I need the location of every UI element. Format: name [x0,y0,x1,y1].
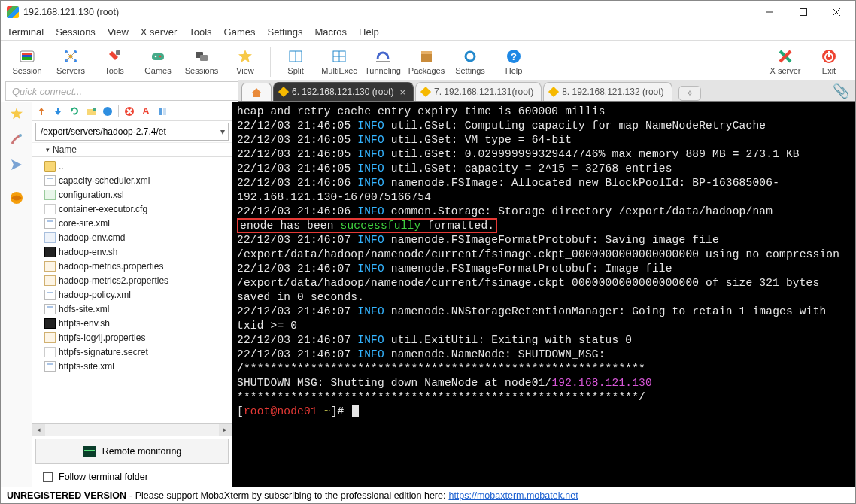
menu-settings[interactable]: Settings [268,26,303,38]
status-link[interactable]: https://mobaxterm.mobatek.net [448,490,578,501]
minimize-button[interactable] [752,1,786,23]
refresh-icon[interactable] [68,105,80,117]
file-name: httpfs-env.sh [59,318,110,329]
svg-rect-54 [163,108,166,115]
list-item[interactable]: core-site.xml [32,216,232,230]
menu-games[interactable]: Games [224,26,256,38]
menu-tools[interactable]: Tools [189,26,211,38]
list-item[interactable]: hadoop-metrics2.properties [32,273,232,287]
home-tab[interactable] [241,83,272,101]
maximize-button[interactable] [786,1,820,23]
tb-exit[interactable]: Exit [807,48,851,75]
list-item[interactable]: httpfs-signature.secret [32,345,232,359]
term-line: 22/12/03 21:46:05 INFO util.GSet: 0.0299… [237,147,851,162]
list-item[interactable]: hadoop-policy.xml [32,287,232,302]
svg-point-43 [19,134,22,137]
follow-terminal-checkbox[interactable]: Follow terminal folder [32,467,232,487]
svg-rect-18 [152,53,164,60]
new-tab-button[interactable]: ✧ [678,86,701,101]
send-icon[interactable] [9,157,24,172]
list-item[interactable]: httpfs-log4j.properties [32,330,232,345]
globe-icon[interactable] [9,190,24,205]
tb-sessions[interactable]: Sessions [180,48,223,75]
tb-packages[interactable]: Packages [405,48,448,75]
tb-view[interactable]: View [223,48,267,75]
menu-help[interactable]: Help [359,26,379,38]
menu-xserver[interactable]: X server [141,26,177,38]
edit-icon[interactable]: A [140,105,152,117]
file-header-label: Name [53,144,77,155]
list-item[interactable]: hadoop-env.sh [32,244,232,259]
cancel-icon[interactable] [123,105,135,117]
tab-label: 6. 192.168.121.130 (root) [292,87,393,97]
home-icon[interactable] [102,105,114,117]
term-line: SHUTDOWN_MSG: Shutting down NameNode at … [237,376,851,390]
tb-servers[interactable]: Servers [49,48,93,75]
remote-monitoring-button[interactable]: Remote monitoring [35,439,229,464]
term-prompt: [root@node01 ~]# [237,405,851,419]
file-name: httpfs-signature.secret [59,347,148,357]
sftp-sidebar: A /export/servers/hadoop-2.7.4/et ▾Name … [32,102,232,487]
term-line: /***************************************… [237,362,851,376]
gear-icon [462,48,478,65]
upload-icon[interactable] [35,105,47,117]
quick-connect-input[interactable]: Quick connect... [5,81,238,101]
svg-point-20 [159,56,162,58]
games-icon [150,48,166,65]
tb-settings[interactable]: Settings [448,48,492,75]
close-icon[interactable]: × [399,87,405,98]
close-button[interactable] [820,1,854,23]
tab-session-2[interactable]: 7. 192.168.121.131(root) [415,82,542,101]
list-item[interactable]: hadoop-metrics.properties [32,259,232,273]
term-line: 22/12/03 21:46:07 INFO util.ExitUtil: Ex… [237,333,851,348]
menu-sessions[interactable]: Sessions [56,26,96,38]
term-line: 22/12/03 21:46:07 INFO namenode.FSImageF… [237,233,851,262]
toolbar-sep [270,47,271,77]
file-name: configuration.xsl [59,190,124,200]
svg-point-49 [103,107,112,116]
quick-row: Quick connect... 6. 192.168.121.130 (roo… [1,80,855,102]
terminal-output[interactable]: heap and retry cache entry expiry time i… [232,102,855,487]
list-item[interactable]: httpfs-site.xml [32,359,232,373]
diamond-icon [420,87,431,97]
tab-session-3[interactable]: 8. 192.168.121.132 (root) [543,82,672,101]
column-icon[interactable] [156,105,168,117]
sessions-icon [193,48,210,65]
file-header[interactable]: ▾Name [32,142,232,157]
tb-help[interactable]: ?Help [492,48,536,75]
menu-macros[interactable]: Macros [314,26,347,38]
tb-games[interactable]: Games [136,48,180,75]
help-icon: ? [505,48,522,65]
tb-tools[interactable]: Tools [93,48,136,75]
tb-split[interactable]: Split [274,48,317,75]
tab-session-1[interactable]: 6. 192.168.121.130 (root)× [273,82,414,101]
tb-view-label: View [236,66,254,75]
secret-icon [44,347,56,357]
list-item[interactable]: configuration.xsl [32,187,232,202]
file-name: hdfs-site.xml [59,304,109,314]
file-name: hadoop-metrics2.properties [59,275,168,286]
list-item[interactable]: hdfs-site.xml [32,302,232,316]
list-item[interactable]: httpfs-env.sh [32,316,232,330]
svg-rect-22 [200,55,208,61]
svg-rect-7 [22,57,32,60]
paperclip-icon[interactable]: 📎 [831,81,851,101]
menu-view[interactable]: View [108,26,129,38]
list-item[interactable]: .. [32,159,232,173]
list-item[interactable]: capacity-scheduler.xml [32,173,232,187]
list-item[interactable]: container-executor.cfg [32,202,232,216]
brush-icon[interactable] [9,132,24,147]
h-scrollbar[interactable]: ◂▸ [32,423,232,436]
file-name: .. [59,161,64,172]
tb-multiexec[interactable]: MultiExec [317,48,361,75]
path-combobox[interactable]: /export/servers/hadoop-2.7.4/et [35,123,229,141]
list-item[interactable]: hadoop-env.cmd [32,230,232,244]
star-icon[interactable] [9,106,24,121]
download-icon[interactable] [52,105,64,117]
folder-add-icon[interactable] [85,105,97,117]
tb-xserver[interactable]: X server [763,48,807,75]
menu-terminal[interactable]: Terminal [7,26,44,38]
tb-tunneling[interactable]: Tunneling [361,48,405,75]
tb-session[interactable]: Session [5,48,49,75]
sh-icon [44,247,56,257]
